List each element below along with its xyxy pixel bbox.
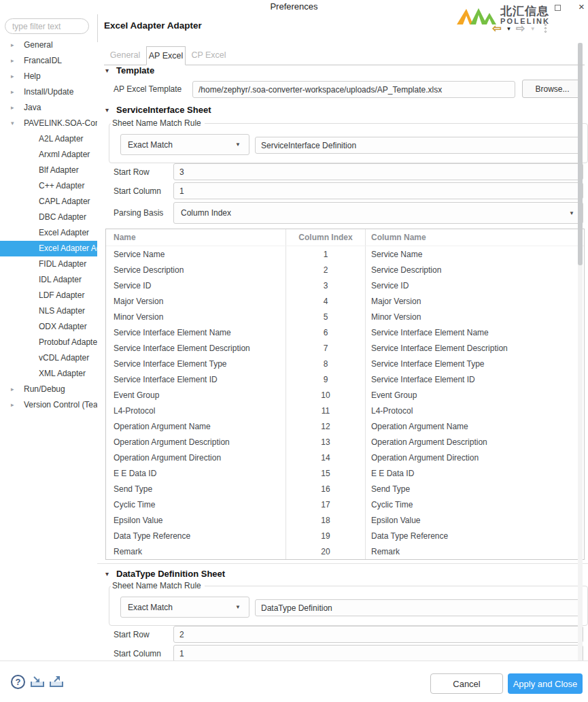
sidebar-item-protobuf-adapter[interactable]: Protobuf Adapter (0, 335, 97, 350)
dt-sheet-name-input[interactable]: DataType Definition (255, 599, 583, 616)
table-row[interactable]: L4-Protocol11L4-Protocol (106, 403, 584, 418)
table-row[interactable]: Operation Argument Name12Operation Argum… (106, 418, 584, 434)
chevron-right-icon[interactable]: ▸ (11, 100, 18, 116)
chevron-down-icon[interactable]: ▾ (105, 570, 109, 578)
sidebar-item-a2l-adapter[interactable]: A2L Adapter (0, 131, 97, 147)
table-row[interactable]: Epsilon Value18Epsilon Value (106, 512, 584, 528)
tab-ap-excel[interactable]: AP Excel (146, 46, 186, 65)
table-row[interactable]: Remark20Remark (106, 544, 584, 559)
chevron-down-icon[interactable]: ▾ (11, 116, 18, 131)
sidebar-item-nls-adapter[interactable]: NLS Adapter (0, 303, 97, 319)
sidebar-item-fidl-adapter[interactable]: FIDL Adapter (0, 256, 97, 272)
table-row[interactable]: Service Name1Service Name (106, 246, 584, 262)
sidebar-item-general[interactable]: ▸General (0, 37, 97, 53)
table-cell: 5 (286, 309, 366, 324)
table-row[interactable]: Service Interface Element ID9Service Int… (106, 371, 584, 387)
tab-general[interactable]: General (105, 46, 145, 65)
table-row[interactable]: Service Description2Service Description (106, 262, 584, 278)
sidebar-item-install-update[interactable]: ▸Install/Update (0, 84, 97, 100)
table-row[interactable]: Service Interface Element Description7Se… (106, 340, 584, 356)
chevron-right-icon[interactable]: ▸ (11, 397, 18, 413)
table-row[interactable]: E E Data ID15E E Data ID (106, 465, 584, 481)
sidebar-item-xml-adapter[interactable]: XML Adapter (0, 366, 97, 382)
chevron-down-icon[interactable]: ▾ (105, 106, 109, 114)
back-dropdown-icon[interactable]: ▼ (506, 24, 511, 32)
sidebar-item-excel-adapter[interactable]: Excel Adapter (0, 225, 97, 241)
help-icon[interactable]: ? (11, 675, 25, 689)
sidebar-item-version-control-team-[interactable]: ▸Version Control (Team) (0, 397, 97, 413)
chevron-right-icon[interactable]: ▸ (11, 53, 18, 69)
sidebar-item-ldf-adapter[interactable]: LDF Adapter (0, 288, 97, 303)
table-row[interactable]: Minor Version5Minor Version (106, 309, 584, 324)
table-row[interactable]: Major Version4Major Version (106, 293, 584, 309)
cancel-button[interactable]: Cancel (430, 673, 503, 694)
chevron-right-icon[interactable]: ▸ (11, 37, 18, 53)
table-row[interactable]: Send Type16Send Type (106, 481, 584, 497)
table-cell: Event Group (366, 387, 584, 403)
sidebar-item-pavelink-soa-converter[interactable]: ▾PAVELINK.SOA-Converter (0, 116, 97, 131)
table-cell: Service Interface Element ID (366, 371, 584, 387)
sidebar-item-run-debug[interactable]: ▸Run/Debug (0, 382, 97, 397)
settings-panel: General AP Excel CP Excel ▾ Template AP … (97, 42, 588, 661)
sidebar-item-odx-adapter[interactable]: ODX Adapter (0, 319, 97, 335)
sidebar-item-label: C++ Adapter (39, 178, 84, 194)
si-parsing-basis-select[interactable]: Column Index ▼ (173, 202, 583, 224)
ap-excel-template-input[interactable]: /home/zephyr/.soa-converter-workspace/up… (192, 81, 515, 98)
chevron-right-icon[interactable]: ▸ (11, 382, 18, 397)
close-icon[interactable]: × (576, 0, 587, 14)
si-match-rule-select[interactable]: Exact Match ▼ (120, 134, 249, 155)
dt-start-row-input[interactable]: 2 (173, 626, 583, 643)
table-row[interactable]: Service Interface Element Name6Service I… (106, 324, 584, 340)
tab-cp-excel[interactable]: CP Excel (187, 46, 230, 65)
sidebar-item-francaidl[interactable]: ▸FrancaIDL (0, 53, 97, 69)
sidebar-item-label: Run/Debug (24, 382, 65, 397)
table-cell: 7 (286, 340, 366, 356)
table-row[interactable]: Cyclic Time17Cyclic Time (106, 497, 584, 512)
view-menu-icon[interactable] (540, 22, 551, 34)
column-header-column-index[interactable]: Column Index (286, 229, 366, 246)
si-start-row-input[interactable]: 3 (173, 163, 583, 180)
sidebar-item-label: A2L Adapter (39, 131, 84, 147)
table-row[interactable]: Operation Argument Direction14Operation … (106, 450, 584, 465)
button-bar: ? Cancel Apply and Close (0, 661, 588, 702)
table-row[interactable]: Service Interface Element Type8Service I… (106, 356, 584, 371)
dt-match-rule-select[interactable]: Exact Match ▼ (120, 597, 249, 618)
chevron-right-icon[interactable]: ▸ (11, 84, 18, 100)
filter-input[interactable] (5, 18, 89, 34)
dt-start-column-input[interactable]: 1 (173, 645, 583, 661)
import-preferences-icon[interactable] (30, 675, 46, 691)
sidebar-item-java[interactable]: ▸Java (0, 100, 97, 116)
export-preferences-icon[interactable] (49, 675, 65, 691)
page-title: Excel Adapter Adapter (104, 20, 202, 31)
sidebar-item-label: Java (24, 100, 41, 116)
chevron-right-icon[interactable]: ▸ (11, 69, 18, 84)
forward-arrow-icon[interactable]: ⇨ (516, 22, 525, 35)
sidebar-item-help[interactable]: ▸Help (0, 69, 97, 84)
sidebar-item-c-adapter[interactable]: C++ Adapter (0, 178, 97, 194)
browse-button[interactable]: Browse... (522, 80, 583, 98)
column-header-column-name[interactable]: Column Name (366, 229, 584, 246)
sidebar-item-idl-adapter[interactable]: IDL Adapter (0, 272, 97, 288)
si-sheet-name-input[interactable]: ServiceInterface Definition (255, 137, 583, 154)
back-arrow-icon[interactable]: ⇦ (492, 22, 501, 35)
table-row[interactable]: Service ID3Service ID (106, 278, 584, 293)
dt-start-row-label: Start Row (114, 630, 150, 639)
table-row[interactable]: Operation Argument Description13Operatio… (106, 434, 584, 450)
sidebar-item-vcdl-adapter[interactable]: vCDL Adapter (0, 350, 97, 366)
sidebar-item-arxml-adapter[interactable]: Arxml Adapter (0, 147, 97, 163)
sidebar-item-excel-adapter-adapter[interactable]: Excel Adapter Adapter (0, 241, 97, 256)
sidebar-item-dbc-adapter[interactable]: DBC Adapter (0, 210, 97, 225)
table-row[interactable]: Data Type Reference19Data Type Reference (106, 528, 584, 544)
table-cell: Data Type Reference (366, 528, 584, 544)
sidebar-item-blf-adapter[interactable]: Blf Adapter (0, 163, 97, 178)
table-cell: Remark (366, 544, 584, 559)
sidebar-item-capl-adapter[interactable]: CAPL Adapter (0, 194, 97, 210)
apply-and-close-button[interactable]: Apply and Close (508, 673, 583, 694)
chevron-down-icon[interactable]: ▾ (105, 67, 109, 74)
sidebar-item-label: Protobuf Adapter (39, 335, 97, 350)
maximize-icon[interactable] (555, 5, 561, 11)
si-start-column-input[interactable]: 1 (173, 182, 583, 199)
column-header-name[interactable]: Name (106, 229, 286, 246)
scrollbar-thumb[interactable] (578, 43, 583, 265)
table-row[interactable]: Event Group10Event Group (106, 387, 584, 403)
